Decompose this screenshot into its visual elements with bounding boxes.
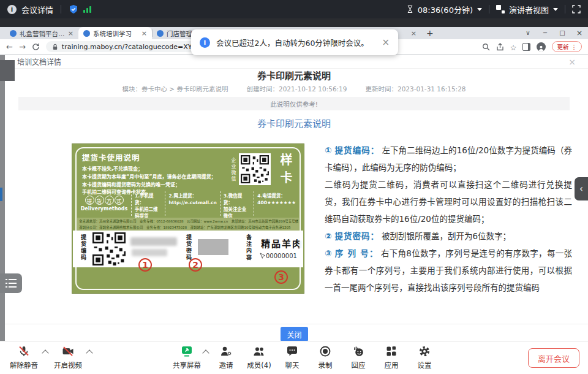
card-sample-label: 样卡 [277, 153, 295, 189]
doc-meta-updated: 更新时间：2023-01-31 16:15:28 [365, 84, 466, 93]
mouse-cursor-icon [260, 253, 265, 259]
unmute-label: 解除静音 [10, 360, 38, 370]
paragraph: ②提货密码：被刮刮银所覆盖，刮开为6位数字； [325, 227, 572, 245]
meeting-timer: 08:36(60分钟) [418, 4, 473, 15]
paragraph: ③序 列 号：右下角8位数字，序列号是连号的有序数字，每一张券卡都有一个序列号，… [325, 245, 572, 296]
card-usage-title: 提货卡使用说明 [82, 151, 228, 163]
new-tab-button[interactable]: + [426, 28, 434, 38]
stamp-char: 提 [85, 196, 94, 205]
tab-close-icon[interactable]: × [411, 30, 417, 37]
view-mode-button[interactable]: 演讲者视图 [509, 4, 549, 15]
apps-button[interactable]: 应用 [375, 345, 408, 370]
card-contact-line: 金禾通总部：苏州金禾通软件有限公司 业务专线：0512-68636028 公司网… [79, 218, 297, 224]
members-label: 成员(4) [247, 360, 271, 370]
profile-avatar[interactable] [537, 42, 546, 52]
record-button[interactable]: 录制 [309, 345, 342, 370]
modal-title: 培训文档详情 [17, 56, 61, 67]
qr-code-pickup [92, 232, 126, 265]
invite-button[interactable]: 邀请 [209, 345, 243, 370]
network-signal-icon[interactable] [83, 6, 91, 13]
view-dropdown-icon[interactable] [553, 8, 558, 11]
delivery-item: 4.电话提货：400★★★★★★★ [254, 191, 299, 216]
mic-options-caret[interactable] [42, 349, 48, 356]
gear-icon [418, 345, 431, 358]
close-doc-button[interactable]: 关闭 [281, 327, 308, 342]
settings-label: 设置 [418, 360, 432, 370]
window-maximize-icon[interactable] [554, 27, 571, 39]
leave-meeting-button[interactable]: 离开会议 [528, 348, 579, 368]
record-icon [319, 345, 331, 358]
url-actions: 更新 [482, 41, 582, 53]
delivery-methods-stamp: 提 货 方 式 Deliverymethods [77, 191, 131, 216]
chat-button[interactable]: 聊天 [276, 345, 309, 370]
start-video-button[interactable]: 开启视频 [49, 345, 87, 370]
tab-favicon [10, 30, 17, 37]
security-shield-icon[interactable] [69, 4, 78, 14]
browser-update-button[interactable]: 更新 [552, 41, 582, 52]
side-panel-icon[interactable] [522, 43, 530, 51]
sample-card-image: 提货卡使用说明 本卡概不挂失,不兑换现金； 本卡提货期为本年度“月中旬至”月底，… [72, 143, 304, 294]
info-icon[interactable]: i [7, 5, 17, 14]
delivery-item: 3.微信提货：加关注企业微信用微信提货通道提货 [220, 191, 254, 216]
card-usage-line: 本卡提货期为本年度“月中旬至”月底，请务必在此期间提货； [82, 174, 228, 181]
reload-icon[interactable] [32, 43, 40, 51]
window-close-icon[interactable] [571, 27, 588, 40]
unmute-button[interactable]: 解除静音 [5, 345, 43, 370]
modal-close-icon[interactable]: × [568, 57, 576, 67]
browser-tab-2-active[interactable]: 系统培训学习 × [78, 27, 152, 39]
window-menu-icon[interactable] [519, 27, 537, 39]
marker-3: 3 [274, 270, 288, 284]
bookmark-star-icon[interactable] [510, 41, 517, 53]
members-button[interactable]: 成员(4) [243, 345, 276, 370]
reactions-button[interactable]: 回应 [342, 345, 375, 370]
padlock-icon [52, 44, 58, 50]
modal-footer-divider [5, 324, 588, 324]
card-usage-block: 提货卡使用说明 本卡概不挂失,不兑换现金； 本卡提货期为本年度“月中旬至”月底，… [82, 151, 228, 197]
share-icon[interactable] [496, 43, 504, 51]
doc-section-title: 券卡印刷元素说明 [0, 116, 588, 129]
doc-meta-created: 创建时间：2021-10-12 10:56:19 [246, 84, 347, 93]
video-options-caret[interactable] [86, 349, 92, 356]
card-contact-block: 金禾通总部：苏州金禾通软件有限公司 业务专线：0512-68636028 公司网… [77, 218, 299, 231]
list-icon [5, 278, 17, 289]
fullscreen-icon[interactable] [572, 5, 581, 13]
toc-toggle-button[interactable] [0, 273, 22, 293]
invite-person-icon [220, 345, 232, 358]
tab-title: 礼盒营销平台管理中心 [20, 29, 65, 38]
notification-close-icon[interactable]: × [382, 38, 390, 47]
microphone-muted-icon [18, 345, 30, 358]
tab-close-icon[interactable]: × [141, 30, 147, 37]
pickup-code-label: 提货编码 [80, 234, 88, 261]
zoom-icon[interactable] [482, 43, 490, 51]
pickup-password-label: 提货密码 [185, 234, 193, 261]
toolbar-center-group: 共享屏幕 邀请 [170, 345, 441, 370]
back-icon[interactable]: ← [6, 43, 13, 51]
share-screen-button[interactable]: 共享屏幕 [170, 345, 203, 370]
browser-frame [0, 18, 588, 27]
meeting-toolbar: 解除静音 开启视频 [0, 341, 588, 374]
settings-button[interactable]: 设置 [408, 345, 441, 370]
doc-description: ①提货编码：左下角二维码边上的16位/20位数字为提货编码（券卡编码），此编码为… [325, 142, 572, 296]
training-doc-page: 培训文档详情 × 券卡印刷元素说明 模块：券卡中心 > 券卡印刷元素说明 创建时… [0, 55, 588, 342]
card-contact-line: 深圳分公司：深圳金禾通网络技术有限公司 业务专线：18923475028 深圳地… [79, 224, 297, 231]
apps-grid-icon [385, 345, 398, 358]
dimmed-active-menu-sliver [0, 188, 2, 201]
window-minimize-icon[interactable] [537, 27, 554, 39]
browser-tab-1[interactable]: 礼盒营销平台管理中心 × [5, 27, 78, 39]
meeting-details-button[interactable]: 会议详情 [21, 4, 53, 15]
card-usage-line: 本卡提货编码和提货密码为兑换的唯一凭证； [82, 181, 228, 189]
meeting-notification: i 会议已超过2人，自动转为60分钟限时会议。 × [191, 29, 398, 55]
dimmed-left-block [0, 60, 15, 81]
tab-close-icon[interactable]: × [68, 30, 74, 37]
forward-icon[interactable]: → [19, 43, 26, 51]
reactions-label: 回应 [352, 360, 366, 370]
stamp-char: 式 [115, 196, 124, 205]
share-options-caret[interactable] [202, 349, 209, 356]
doc-notice-bar: 此说明仅供参考! [18, 97, 570, 110]
card-delivery-band: 提 货 方 式 Deliverymethods 1.手机提货：手机拍二维码提货 … [77, 191, 299, 216]
sidebar-expand-handle[interactable]: ‹ [575, 177, 588, 200]
timer-dropdown-icon[interactable] [477, 8, 482, 11]
blurred-code-strip [132, 249, 167, 256]
modal-header: 培训文档详情 × [5, 55, 588, 69]
share-screen-icon [180, 345, 194, 358]
